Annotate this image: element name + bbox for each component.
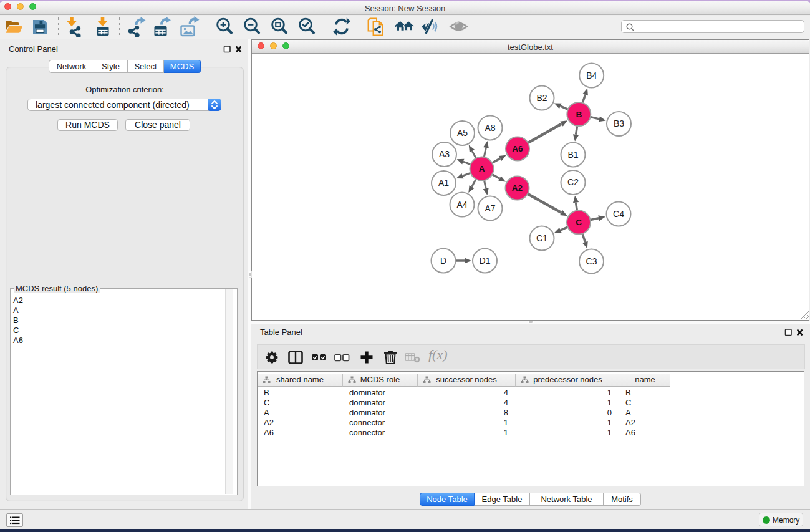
svg-text:C: C	[576, 218, 582, 227]
svg-text:A8: A8	[485, 123, 495, 133]
svg-text:B4: B4	[586, 70, 597, 80]
svg-text:C3: C3	[586, 256, 597, 266]
svg-text:B2: B2	[536, 93, 547, 103]
svg-text:C1: C1	[536, 233, 547, 243]
svg-text:B: B	[576, 110, 582, 119]
svg-text:D: D	[440, 256, 446, 266]
svg-text:A3: A3	[439, 149, 450, 159]
svg-text:A1: A1	[438, 178, 449, 188]
svg-text:C4: C4	[613, 209, 624, 219]
svg-text:B3: B3	[614, 118, 624, 128]
svg-text:A: A	[479, 164, 485, 173]
svg-text:C2: C2	[567, 177, 579, 187]
svg-text:A2: A2	[512, 183, 523, 193]
svg-text:A5: A5	[457, 128, 468, 138]
svg-text:A6: A6	[512, 144, 523, 153]
svg-text:f(x): f(x)	[428, 347, 448, 362]
svg-text:A4: A4	[456, 200, 467, 210]
svg-text:A7: A7	[485, 203, 495, 213]
svg-text:B1: B1	[567, 150, 578, 160]
svg-text:D1: D1	[480, 256, 491, 266]
